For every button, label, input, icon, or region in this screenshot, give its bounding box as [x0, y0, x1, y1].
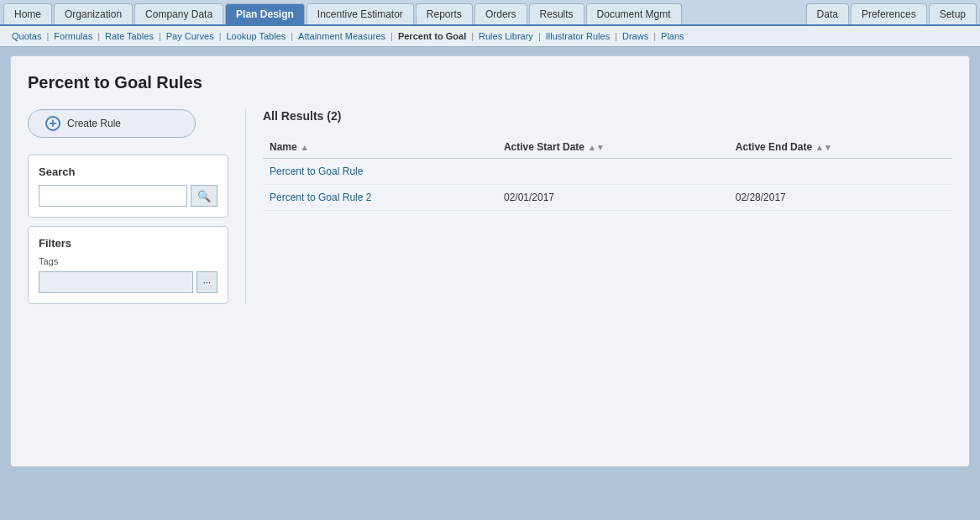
- content-panel: Percent to Goal Rules + Create Rule Sear…: [10, 55, 970, 467]
- browse-icon: ···: [203, 277, 211, 287]
- results-table: Name▲Active Start Date▲▼Active End Date▲…: [263, 136, 952, 211]
- sub-nav-item-illustrator-rules[interactable]: Illustrator Rules: [541, 29, 615, 43]
- sub-nav-item-formulas[interactable]: Formulas: [49, 29, 97, 43]
- table-header-row: Name▲Active Start Date▲▼Active End Date▲…: [263, 136, 952, 159]
- tags-browse-button[interactable]: ···: [197, 271, 217, 293]
- table-row[interactable]: Percent to Goal Rule 202/01/201702/28/20…: [263, 185, 952, 211]
- filters-section: Filters Tags ···: [28, 226, 228, 304]
- nav-tab-results[interactable]: Results: [529, 3, 584, 24]
- nav-tab-setup[interactable]: Setup: [929, 3, 977, 24]
- nav-tab-company-data[interactable]: Company Data: [134, 3, 223, 24]
- main-content-area: Percent to Goal Rules + Create Rule Sear…: [0, 47, 980, 520]
- col-header-active-start-date[interactable]: Active Start Date▲▼: [497, 136, 729, 159]
- sub-nav-item-rules-library[interactable]: Rules Library: [474, 29, 538, 43]
- rule-name-cell[interactable]: Percent to Goal Rule 2: [263, 185, 497, 211]
- search-input[interactable]: [39, 185, 187, 207]
- create-rule-button[interactable]: + Create Rule: [28, 109, 196, 138]
- nav-tab-document-mgmt[interactable]: Document Mgmt: [586, 3, 682, 24]
- filters-label: Filters: [39, 237, 217, 249]
- content-body: + Create Rule Search 🔍 Filters Tags: [28, 109, 952, 304]
- results-area: All Results (2) Name▲Active Start Date▲▼…: [246, 109, 952, 304]
- nav-tab-reports[interactable]: Reports: [416, 3, 473, 24]
- active-end-date-cell: [729, 159, 952, 185]
- nav-tab-plan-design[interactable]: Plan Design: [225, 3, 305, 24]
- plus-icon: +: [45, 116, 60, 131]
- col-header-active-end-date[interactable]: Active End Date▲▼: [729, 136, 952, 159]
- nav-tab-incentive-estimator[interactable]: Incentive Estimator: [307, 3, 414, 24]
- active-start-date-cell: [497, 159, 729, 185]
- table-row[interactable]: Percent to Goal Rule: [263, 159, 952, 185]
- sub-navigation: Quotas|Formulas|Rate Tables|Pay Curves|L…: [0, 24, 980, 47]
- sub-nav-item-lookup-tables[interactable]: Lookup Tables: [222, 29, 291, 43]
- sub-nav-item-pay-curves[interactable]: Pay Curves: [161, 29, 219, 43]
- search-section: Search 🔍: [28, 155, 228, 218]
- sub-nav-item-plans[interactable]: Plans: [656, 29, 689, 43]
- tags-input-row: ···: [39, 271, 217, 293]
- tags-input[interactable]: [39, 271, 193, 293]
- page-title: Percent to Goal Rules: [28, 73, 952, 92]
- tags-label: Tags: [39, 256, 217, 266]
- search-input-row: 🔍: [39, 185, 217, 207]
- sort-icon: ▲▼: [815, 143, 832, 152]
- search-section-label: Search: [39, 165, 217, 178]
- nav-tab-home[interactable]: Home: [3, 3, 52, 24]
- sub-nav-item-attainment-measures[interactable]: Attainment Measures: [293, 29, 390, 43]
- active-end-date-cell: 02/28/2017: [729, 185, 952, 211]
- active-start-date-cell: 02/01/2017: [497, 185, 729, 211]
- sub-nav-item-rate-tables[interactable]: Rate Tables: [100, 29, 159, 43]
- right-nav-tabs: DataPreferencesSetup: [806, 3, 977, 24]
- sub-nav-item-percent-to-goal[interactable]: Percent to Goal: [393, 29, 471, 43]
- sort-asc-icon: ▲: [301, 143, 309, 152]
- sub-nav-item-quotas[interactable]: Quotas: [7, 29, 46, 43]
- rule-name-cell[interactable]: Percent to Goal Rule: [263, 159, 497, 185]
- sidebar: + Create Rule Search 🔍 Filters Tags: [28, 109, 246, 304]
- sort-icon: ▲▼: [588, 143, 605, 152]
- nav-tab-data[interactable]: Data: [806, 3, 849, 24]
- nav-tab-orders[interactable]: Orders: [474, 3, 527, 24]
- main-nav-tabs: HomeOrganizationCompany DataPlan DesignI…: [3, 3, 682, 24]
- search-button[interactable]: 🔍: [191, 185, 217, 207]
- results-header: All Results (2): [263, 109, 952, 123]
- table-header: Name▲Active Start Date▲▼Active End Date▲…: [263, 136, 952, 159]
- nav-tab-organization[interactable]: Organization: [54, 3, 133, 24]
- col-header-name[interactable]: Name▲: [263, 136, 497, 159]
- nav-tab-preferences[interactable]: Preferences: [851, 3, 927, 24]
- search-icon: 🔍: [197, 190, 211, 202]
- create-rule-label: Create Rule: [67, 118, 121, 129]
- sub-nav-item-draws[interactable]: Draws: [617, 29, 653, 43]
- table-body: Percent to Goal RulePercent to Goal Rule…: [263, 159, 952, 211]
- top-navigation: HomeOrganizationCompany DataPlan DesignI…: [0, 0, 980, 24]
